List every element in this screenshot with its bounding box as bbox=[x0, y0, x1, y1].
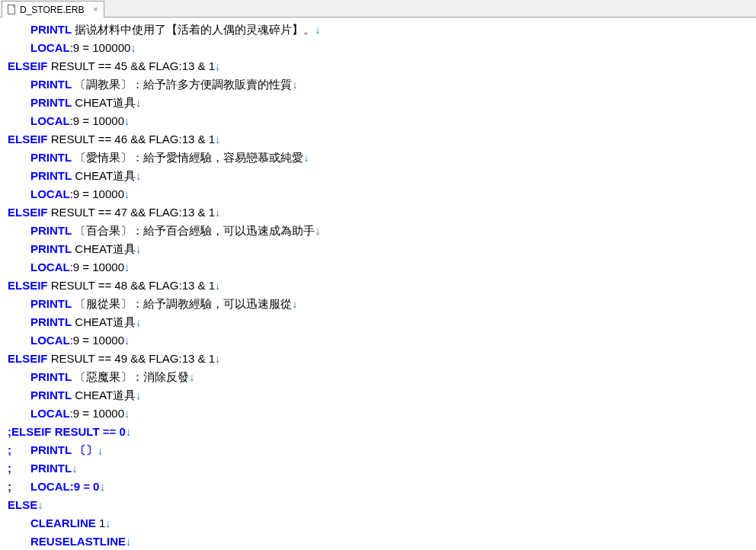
close-icon[interactable]: × bbox=[91, 6, 99, 14]
code-line[interactable]: CLEARLINE 1↓ bbox=[8, 514, 750, 532]
code-keyword: PRINTL bbox=[30, 78, 72, 91]
code-text: 据说材料中使用了【活着的人偶的灵魂碎片】。 bbox=[72, 23, 315, 36]
code-line[interactable]: PRINTL 〔調教果〕：給予許多方便調教販賣的性質↓ bbox=[8, 75, 750, 94]
code-line[interactable]: ELSEIF RESULT == 49 && FLAG:13 & 1↓ bbox=[8, 350, 750, 368]
code-line[interactable]: ELSEIF RESULT == 46 && FLAG:13 & 1↓ bbox=[8, 130, 750, 149]
code-line[interactable]: ELSEIF RESULT == 45 && FLAG:13 & 1↓ bbox=[8, 57, 750, 75]
code-line[interactable]: LOCAL:9 = 10000↓ bbox=[8, 258, 750, 277]
code-text: 〔惡魔果〕：消除反發 bbox=[72, 370, 189, 383]
code-text: CHEAT道具 bbox=[72, 242, 136, 255]
code-keyword: PRINTL bbox=[30, 389, 72, 401]
eol-icon: ↓ bbox=[124, 187, 130, 200]
code-line[interactable]: PRINTL CHEAT道具↓ bbox=[8, 386, 750, 405]
code-keyword: ELSEIF bbox=[8, 279, 48, 292]
code-keyword: ELSE bbox=[8, 498, 37, 511]
tab-bar: D_STORE.ERB × bbox=[0, 0, 756, 18]
code-keyword: PRINTL bbox=[30, 169, 72, 182]
code-keyword: PRINTL bbox=[30, 242, 72, 255]
tab-active[interactable]: D_STORE.ERB × bbox=[2, 1, 104, 18]
code-line[interactable]: PRINTL 〔愛情果〕：給予愛情經驗，容易戀慕或純愛↓ bbox=[8, 149, 750, 167]
code-keyword: CLEARLINE bbox=[30, 516, 96, 529]
code-keyword: ; PRINTL bbox=[8, 462, 72, 475]
code-line[interactable]: PRINTL 〔服從果〕：給予調教經驗，可以迅速服從↓ bbox=[8, 295, 750, 313]
code-line[interactable]: ; LOCAL:9 = 0↓ bbox=[8, 478, 750, 496]
code-text: :9 = 100000 bbox=[70, 41, 131, 54]
eol-icon: ↓ bbox=[130, 41, 136, 54]
eol-icon: ↓ bbox=[136, 315, 142, 328]
code-keyword: LOCAL bbox=[30, 334, 70, 347]
eol-icon: ↓ bbox=[215, 59, 221, 72]
code-text: RESULT == 45 && FLAG:13 & 1 bbox=[48, 59, 216, 72]
code-line[interactable]: PRINTL CHEAT道具↓ bbox=[8, 313, 750, 331]
code-line[interactable]: ELSEIF RESULT == 47 && FLAG:13 & 1↓ bbox=[8, 203, 750, 222]
code-text: RESULT == 46 && FLAG:13 & 1 bbox=[48, 133, 216, 145]
code-keyword: PRINTL bbox=[30, 151, 72, 164]
code-keyword: ELSEIF bbox=[8, 352, 48, 365]
code-text: RESULT == 49 && FLAG:13 & 1 bbox=[48, 352, 216, 365]
code-line[interactable]: ; PRINTL↓ bbox=[8, 459, 750, 478]
eol-icon: ↓ bbox=[215, 206, 221, 219]
code-line[interactable]: ; PRINTL 〔〕↓ bbox=[8, 441, 750, 459]
code-text: 〔愛情果〕：給予愛情經驗，容易戀慕或純愛 bbox=[72, 151, 303, 164]
eol-icon: ↓ bbox=[124, 261, 130, 273]
code-text: :9 = 10000 bbox=[70, 261, 124, 273]
eol-icon: ↓ bbox=[98, 443, 104, 456]
code-text: 〔百合果〕：給予百合經驗，可以迅速成為助手 bbox=[72, 224, 315, 237]
code-text: CHEAT道具 bbox=[72, 315, 136, 328]
code-text: :9 = 10000 bbox=[70, 114, 124, 127]
code-line[interactable]: LOCAL:9 = 10000↓ bbox=[8, 331, 750, 350]
code-line[interactable]: LOCAL:9 = 100000↓ bbox=[8, 39, 750, 57]
code-text: CHEAT道具 bbox=[72, 96, 136, 109]
code-text: 〔調教果〕：給予許多方便調教販賣的性質 bbox=[72, 78, 292, 91]
eol-icon: ↓ bbox=[215, 352, 221, 365]
code-text: :9 = 10000 bbox=[70, 334, 124, 347]
code-line[interactable]: PRINTL CHEAT道具↓ bbox=[8, 94, 750, 112]
eol-icon: ↓ bbox=[189, 370, 195, 383]
code-text: CHEAT道具 bbox=[72, 169, 136, 182]
eol-icon: ↓ bbox=[105, 516, 111, 529]
code-keyword: ;ELSEIF RESULT == 0 bbox=[8, 425, 126, 438]
code-line[interactable]: LOCAL:9 = 10000↓ bbox=[8, 405, 750, 423]
code-keyword: LOCAL bbox=[30, 187, 70, 200]
eol-icon: ↓ bbox=[37, 498, 43, 511]
code-text: RESULT == 48 && FLAG:13 & 1 bbox=[48, 279, 216, 292]
code-keyword: PRINTL bbox=[30, 370, 72, 383]
code-keyword: ELSEIF bbox=[8, 206, 48, 219]
eol-icon: ↓ bbox=[136, 169, 142, 182]
eol-icon: ↓ bbox=[315, 224, 321, 237]
tab-filename: D_STORE.ERB bbox=[20, 5, 84, 15]
code-keyword: ; LOCAL:9 = 0 bbox=[8, 480, 99, 493]
code-editor[interactable]: PRINTL 据说材料中使用了【活着的人偶的灵魂碎片】。↓LOCAL:9 = 1… bbox=[0, 18, 756, 550]
code-line[interactable]: PRINTL 〔惡魔果〕：消除反發↓ bbox=[8, 368, 750, 386]
code-line[interactable]: REUSELASTLINE↓ bbox=[8, 532, 750, 550]
eol-icon: ↓ bbox=[124, 334, 130, 347]
eol-icon: ↓ bbox=[99, 480, 105, 493]
code-line[interactable]: PRINTL CHEAT道具↓ bbox=[8, 240, 750, 258]
code-line[interactable]: PRINTL 据说材料中使用了【活着的人偶的灵魂碎片】。↓ bbox=[8, 21, 750, 39]
code-line[interactable]: ELSEIF RESULT == 48 && FLAG:13 & 1↓ bbox=[8, 277, 750, 295]
eol-icon: ↓ bbox=[215, 279, 221, 292]
eol-icon: ↓ bbox=[136, 242, 142, 255]
code-keyword: PRINTL bbox=[30, 224, 72, 237]
code-line[interactable]: ELSE↓ bbox=[8, 496, 750, 514]
code-keyword: LOCAL bbox=[30, 114, 70, 127]
code-keyword: PRINTL bbox=[30, 23, 72, 36]
eol-icon: ↓ bbox=[292, 297, 298, 310]
code-keyword: PRINTL bbox=[30, 96, 72, 109]
code-line[interactable]: PRINTL CHEAT道具↓ bbox=[8, 167, 750, 185]
code-keyword: PRINTL bbox=[30, 297, 72, 310]
code-keyword: ; PRINTL 〔〕 bbox=[8, 443, 98, 456]
code-line[interactable]: LOCAL:9 = 10000↓ bbox=[8, 112, 750, 130]
code-line[interactable]: PRINTL 〔百合果〕：給予百合經驗，可以迅速成為助手↓ bbox=[8, 222, 750, 240]
code-line[interactable]: ;ELSEIF RESULT == 0↓ bbox=[8, 423, 750, 441]
eol-icon: ↓ bbox=[136, 96, 142, 109]
code-text: :9 = 10000 bbox=[70, 407, 124, 420]
eol-icon: ↓ bbox=[126, 535, 132, 548]
code-text: CHEAT道具 bbox=[72, 389, 136, 401]
eol-icon: ↓ bbox=[215, 133, 221, 145]
code-keyword: PRINTL bbox=[30, 315, 72, 328]
code-line[interactable]: LOCAL:9 = 10000↓ bbox=[8, 185, 750, 203]
eol-icon: ↓ bbox=[315, 23, 321, 36]
code-text: 〔服從果〕：給予調教經驗，可以迅速服從 bbox=[72, 297, 292, 310]
eol-icon: ↓ bbox=[136, 389, 142, 401]
